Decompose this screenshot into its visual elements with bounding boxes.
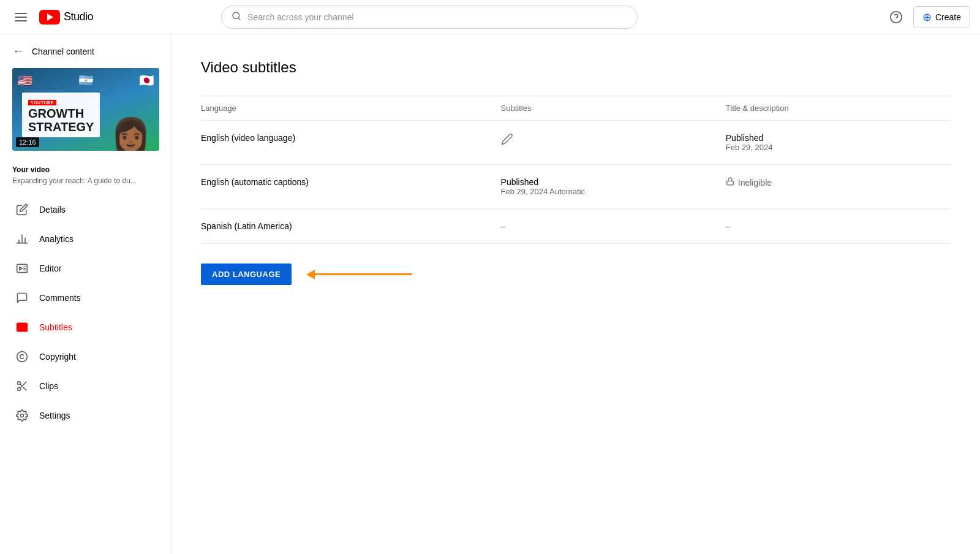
growth-text: GROWTHSTRATEGY <box>28 107 94 134</box>
your-video-section: Your video Expanding your reach: A guide… <box>0 161 171 195</box>
flag-ar: 🇦🇷 <box>78 73 94 88</box>
svg-point-21 <box>21 414 24 417</box>
comments-label: Comments <box>39 293 81 303</box>
help-button[interactable] <box>884 5 908 29</box>
copyright-icon <box>15 349 29 364</box>
page-title: Video subtitles <box>201 59 951 76</box>
ineligible-cell: Ineligible <box>726 177 951 188</box>
your-video-label: Your video <box>12 165 159 174</box>
settings-icon <box>15 408 29 423</box>
add-language-arrow <box>306 270 412 279</box>
lock-icon <box>726 177 734 188</box>
analytics-icon <box>15 232 29 246</box>
yt-play-button <box>39 10 60 25</box>
svg-line-1 <box>238 18 240 20</box>
editor-label: Editor <box>39 264 62 273</box>
svg-point-15 <box>17 352 28 362</box>
topbar: Studio ⊕ Create <box>0 0 980 34</box>
table-header: Language Subtitles Title & description <box>201 96 951 121</box>
sidebar-item-editor[interactable]: Editor <box>0 254 171 283</box>
col-language-header: Language <box>201 96 501 121</box>
analytics-label: Analytics <box>39 234 74 244</box>
sidebar: ← Channel content 🇺🇸 🇦🇷 🇯🇵 YOUTUBE GROWT… <box>0 34 172 554</box>
title-cell-spanish: – <box>726 209 951 244</box>
main-layout: ← Channel content 🇺🇸 🇦🇷 🇯🇵 YOUTUBE GROWT… <box>0 34 980 554</box>
nav-menu: Details Analytics <box>0 195 171 430</box>
thumbnail-flags: 🇺🇸 🇦🇷 🇯🇵 <box>17 73 154 88</box>
subtitle-status-row2: Published <box>501 177 726 187</box>
logo-area: Studio <box>39 10 93 25</box>
svg-line-19 <box>23 387 26 390</box>
arrow-head-icon <box>306 270 315 279</box>
table-row-spanish: Spanish (Latin America) – – <box>201 209 951 244</box>
studio-label: Studio <box>64 10 93 23</box>
hamburger-menu[interactable] <box>10 8 32 26</box>
table-row-english-auto: English (automatic captions) Published F… <box>201 165 951 209</box>
channel-content-header[interactable]: ← Channel content <box>0 34 171 68</box>
subtitles-table: Language Subtitles Title & description E… <box>201 96 951 244</box>
published-date-row1: Feb 29, 2024 <box>726 143 951 152</box>
subtitles-label: Subtitles <box>39 322 72 332</box>
lang-cell-english-auto: English (automatic captions) <box>201 165 501 209</box>
editor-icon <box>15 261 29 276</box>
lang-cell-english-video: English (video language) <box>201 121 501 165</box>
published-label-row1: Published <box>726 133 951 143</box>
channel-content-label: Channel content <box>32 47 94 56</box>
col-title-header: Title & description <box>726 96 951 121</box>
add-language-button[interactable]: ADD LANGUAGE <box>201 264 292 285</box>
subtitles-cell-english-video[interactable] <box>501 121 726 165</box>
sidebar-item-settings[interactable]: Settings <box>0 401 171 430</box>
add-language-section: ADD LANGUAGE <box>201 264 951 285</box>
video-thumbnail-area: 🇺🇸 🇦🇷 🇯🇵 YOUTUBE GROWTHSTRATEGY 👩🏾 12:16 <box>0 68 171 161</box>
video-thumbnail[interactable]: 🇺🇸 🇦🇷 🇯🇵 YOUTUBE GROWTHSTRATEGY 👩🏾 12:16 <box>12 68 159 151</box>
sidebar-item-analytics[interactable]: Analytics <box>0 224 171 254</box>
edit-icon <box>15 202 29 217</box>
subtitle-date-row2: Feb 29, 2024 Automatic <box>501 187 726 196</box>
clips-icon <box>15 379 29 393</box>
sidebar-item-clips[interactable]: Clips <box>0 371 171 401</box>
person-emoji: 👩🏾 <box>111 116 151 151</box>
sidebar-item-copyright[interactable]: Copyright <box>0 342 171 371</box>
subtitles-cell-english-auto: Published Feb 29, 2024 Automatic <box>501 165 726 209</box>
video-duration: 12:16 <box>16 137 39 147</box>
table-body: English (video language) Published Feb 2… <box>201 121 951 244</box>
topbar-left: Studio <box>10 8 93 26</box>
arrow-line <box>314 273 412 275</box>
plus-icon: ⊕ <box>922 10 932 24</box>
create-button[interactable]: ⊕ Create <box>913 6 970 28</box>
table-row-english-video: English (video language) Published Feb 2… <box>201 121 951 165</box>
comments-icon <box>15 290 29 305</box>
flag-jp: 🇯🇵 <box>139 73 154 88</box>
topbar-right: ⊕ Create <box>884 5 970 29</box>
svg-rect-12 <box>17 323 28 331</box>
ineligible-label: Ineligible <box>738 178 772 188</box>
copyright-label: Copyright <box>39 352 76 362</box>
search-icon <box>232 11 241 23</box>
create-label: Create <box>935 12 961 22</box>
title-cell-english-auto: Ineligible <box>726 165 951 209</box>
youtube-badge: YOUTUBE <box>28 100 56 105</box>
edit-subtitles-icon[interactable] <box>501 137 513 147</box>
clips-label: Clips <box>39 381 58 391</box>
search-bar[interactable] <box>221 6 638 29</box>
col-subtitles-header: Subtitles <box>501 96 726 121</box>
settings-label: Settings <box>39 411 70 420</box>
title-cell-english-video: Published Feb 29, 2024 <box>726 121 951 165</box>
back-arrow-icon[interactable]: ← <box>12 44 24 58</box>
details-label: Details <box>39 205 66 214</box>
svg-line-20 <box>20 384 22 386</box>
flag-us: 🇺🇸 <box>17 73 32 88</box>
youtube-logo <box>39 10 60 25</box>
lang-cell-spanish: Spanish (Latin America) <box>201 209 501 244</box>
content-area: Video subtitles Language Subtitles Title… <box>172 34 980 554</box>
subtitles-icon <box>15 320 29 335</box>
sidebar-item-subtitles[interactable]: Subtitles <box>0 313 171 342</box>
your-video-desc: Expanding your reach: A guide to du... <box>12 176 159 185</box>
svg-rect-22 <box>727 181 734 184</box>
sidebar-item-details[interactable]: Details <box>0 195 171 224</box>
search-input[interactable] <box>247 12 627 22</box>
thumbnail-text-box: YOUTUBE GROWTHSTRATEGY <box>22 93 100 137</box>
subtitles-cell-spanish: – <box>501 209 726 244</box>
sidebar-item-comments[interactable]: Comments <box>0 283 171 313</box>
